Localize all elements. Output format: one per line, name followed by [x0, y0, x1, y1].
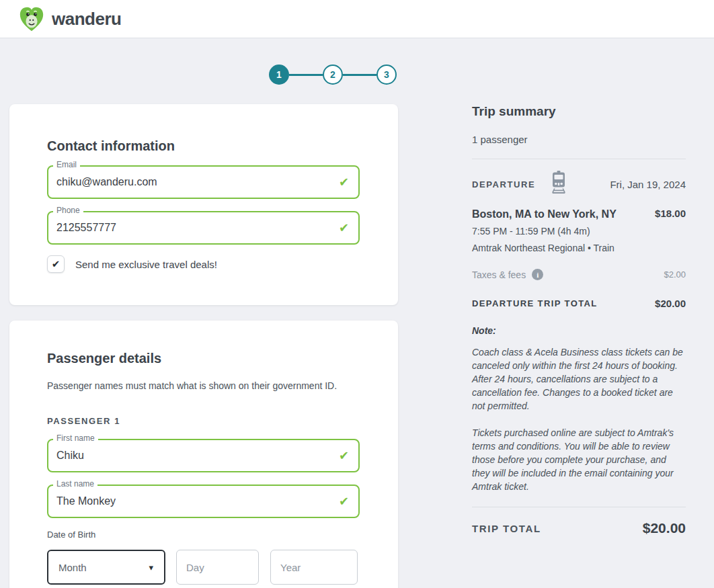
taxes-fees-row: Taxes & fees i $2.00 — [472, 269, 686, 280]
year-input[interactable] — [270, 550, 358, 585]
travel-deals-label: Send me exclusive travel deals! — [75, 259, 217, 270]
last-name-field-wrapper: Last name ✔ — [47, 485, 360, 518]
last-name-input[interactable] — [47, 485, 360, 518]
route-price: $18.00 — [655, 208, 686, 220]
checkout-stepper: 1 2 3 — [0, 65, 690, 85]
valid-check-icon: ✔ — [339, 175, 349, 190]
wanderu-monkey-icon — [17, 5, 46, 33]
passenger-details-subtitle: Passenger names must match what is shown… — [47, 380, 360, 392]
info-icon[interactable]: i — [532, 269, 543, 280]
contact-information-title: Contact information — [47, 138, 360, 154]
month-select[interactable]: Month ▾ — [47, 550, 165, 585]
valid-check-icon: ✔ — [339, 448, 349, 463]
top-navbar: wanderu — [0, 0, 714, 38]
checkbox-check-icon: ✔ — [52, 258, 61, 270]
contact-information-card: Contact information Email ✔ Phone ✔ ✔ Se… — [9, 104, 398, 305]
terms-note: Tickets purchased online are subject to … — [472, 426, 686, 493]
passenger-1-label: PASSENGER 1 — [47, 416, 360, 426]
trip-total-label: TRIP TOTAL — [472, 523, 541, 534]
taxes-fees-value: $2.00 — [664, 269, 686, 280]
trip-time: 7:55 PM - 11:59 PM (4h 4m) — [472, 225, 686, 237]
passenger-details-title: Passenger details — [47, 350, 360, 366]
step-connector — [289, 74, 323, 76]
day-input[interactable] — [176, 550, 259, 585]
date-of-birth-row: Month ▾ — [47, 550, 360, 585]
step-1-indicator[interactable]: 1 — [269, 65, 289, 85]
trip-summary-title: Trip summary — [472, 104, 686, 119]
departure-total-label: DEPARTURE TRIP TOTAL — [472, 298, 598, 308]
email-field-label: Email — [53, 160, 80, 169]
last-name-field-label: Last name — [53, 479, 97, 489]
note-label: Note: — [472, 325, 686, 336]
passenger-details-card: Passenger details Passenger names must m… — [9, 321, 398, 588]
valid-check-icon: ✔ — [339, 494, 349, 509]
cancellation-note: Coach class & Acela Business class ticke… — [472, 345, 686, 413]
phone-field-label: Phone — [53, 206, 83, 215]
email-field-wrapper: Email ✔ — [47, 165, 360, 199]
first-name-field-label: First name — [53, 433, 98, 443]
departure-total-value: $20.00 — [655, 298, 686, 309]
taxes-fees-label: Taxes & fees — [472, 269, 526, 280]
step-2-indicator[interactable]: 2 — [323, 65, 343, 85]
wanderu-logo[interactable]: wanderu — [17, 5, 121, 33]
phone-field-wrapper: Phone ✔ — [47, 211, 360, 245]
departure-label: DEPARTURE — [472, 179, 535, 190]
departure-date: Fri, Jan 19, 2024 — [610, 179, 686, 190]
travel-deals-row: ✔ Send me exclusive travel deals! — [47, 255, 360, 273]
passenger-count: 1 passenger — [472, 134, 686, 145]
route-row: Boston, MA to New York, NY $18.00 — [472, 208, 686, 220]
date-of-birth-label: Date of Birth — [47, 530, 360, 540]
first-name-input[interactable] — [47, 439, 360, 472]
train-icon — [550, 170, 567, 198]
wanderu-wordmark: wanderu — [52, 9, 121, 30]
step-connector — [343, 74, 376, 76]
divider — [472, 507, 686, 507]
first-name-field-wrapper: First name ✔ — [47, 439, 360, 472]
travel-deals-checkbox[interactable]: ✔ — [47, 255, 65, 273]
valid-check-icon: ✔ — [339, 220, 349, 235]
departure-header-row: DEPARTURE Fri, Jan — [472, 170, 686, 198]
email-input[interactable] — [47, 165, 360, 199]
trip-carrier: Amtrak Northeast Regional • Train — [472, 242, 686, 254]
chevron-down-icon: ▾ — [149, 562, 153, 573]
trip-summary-panel: Trip summary 1 passenger DEPARTURE — [472, 104, 686, 536]
trip-total-row: TRIP TOTAL $20.00 — [472, 520, 686, 536]
trip-total-value: $20.00 — [643, 520, 686, 536]
month-select-value: Month — [58, 562, 87, 573]
phone-input[interactable] — [47, 211, 360, 245]
route-name: Boston, MA to New York, NY — [472, 208, 627, 220]
step-3-indicator[interactable]: 3 — [376, 65, 397, 85]
departure-total-row: DEPARTURE TRIP TOTAL $20.00 — [472, 298, 686, 309]
divider — [472, 159, 686, 159]
